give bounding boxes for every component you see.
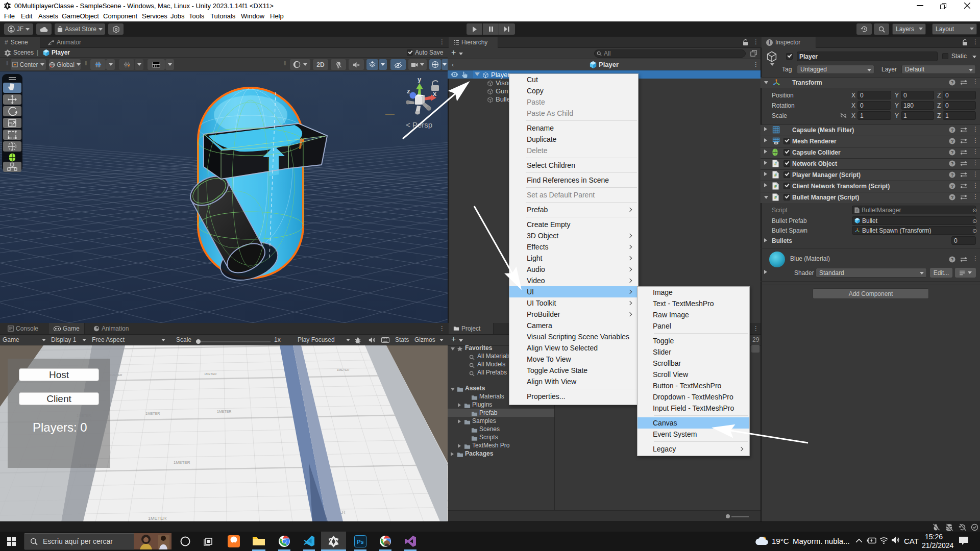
svg-text:?: ? [951, 150, 954, 155]
svg-text:?: ? [951, 80, 954, 85]
svg-text:#: # [774, 172, 777, 178]
svg-text:?: ? [951, 161, 954, 166]
svg-text:?: ? [951, 128, 954, 133]
svg-text:#: # [774, 184, 777, 189]
svg-text:?: ? [951, 257, 954, 262]
svg-text:?: ? [951, 184, 954, 189]
svg-text:#: # [774, 195, 777, 200]
svg-text:x: x [433, 90, 437, 97]
svg-text:1METER: 1METER [145, 412, 160, 415]
svg-text:?: ? [951, 195, 954, 200]
svg-text:#: # [774, 161, 777, 166]
svg-text:1METER: 1METER [148, 516, 167, 521]
svg-text:z: z [407, 87, 410, 95]
svg-text:Ps: Ps [357, 539, 363, 545]
svg-text:#: # [856, 208, 858, 212]
svg-text:1METER: 1METER [174, 460, 190, 465]
svg-text:1METER: 1METER [204, 372, 217, 375]
svg-text:?: ? [951, 139, 954, 144]
svg-text:?: ? [951, 172, 954, 178]
svg-text:1METER: 1METER [217, 410, 231, 413]
svg-text:1METER: 1METER [337, 368, 350, 371]
svg-text:< Persp: < Persp [406, 120, 432, 129]
svg-text:y: y [418, 76, 422, 83]
